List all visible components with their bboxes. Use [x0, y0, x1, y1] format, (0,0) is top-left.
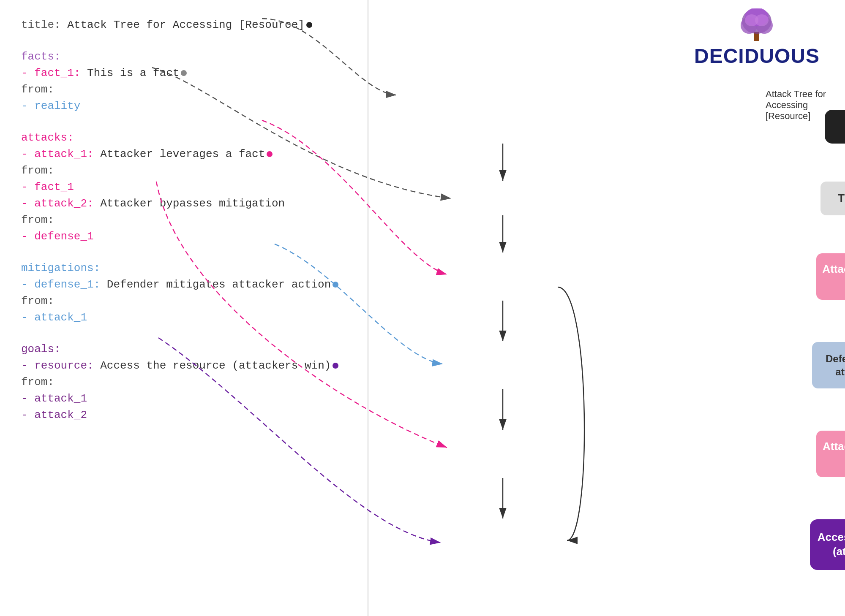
attack1-from-label: from:: [21, 163, 346, 179]
node-reality: Reality: [825, 110, 845, 144]
attack2-from-label: from:: [21, 212, 346, 228]
goals-header: goals:: [21, 341, 346, 358]
goal-value: Access the resource (attackers win): [94, 359, 331, 372]
attacks-label: attacks:: [21, 131, 74, 144]
fact1-key: - fact_1:: [21, 67, 80, 79]
node-defense1: Defender mitigatesattacker action: [812, 342, 845, 388]
defense1-value: Defender mitigates attacker action: [100, 278, 331, 291]
attack1-from: from:: [21, 164, 54, 177]
svg-point-6: [755, 14, 769, 26]
attack2-line: - attack_2: Attacker bypasses mitigation: [21, 195, 346, 212]
right-panel: DECIDUOUS Attack Tree for Accessing [Res…: [368, 0, 845, 616]
title-key: title:: [21, 19, 61, 31]
fact1-value: This is a fact: [80, 67, 179, 79]
facts-label: facts:: [21, 50, 61, 63]
defense1-attack1: - attack_1: [21, 311, 87, 324]
defense1-from: from:: [21, 295, 54, 307]
title-line: title: Attack Tree for Accessing [Resour…: [21, 17, 346, 33]
fact1-dot: [181, 70, 187, 76]
node-attack2: Attacker bypassesmitigation: [816, 431, 845, 477]
attack1-key: - attack_1:: [21, 148, 94, 160]
node-fact: This is a fact: [820, 182, 845, 215]
node-attack1: Attacker leveragesa fact: [816, 253, 845, 300]
logo-area: DECIDUOUS: [694, 8, 820, 68]
defense1-key: - defense_1:: [21, 278, 100, 291]
attack1-from-val: - fact_1: [21, 179, 346, 195]
goal-from-val1: - attack_1: [21, 391, 346, 407]
attack1-fact1: - fact_1: [21, 181, 74, 193]
attacks-header: attacks:: [21, 130, 346, 146]
title-dot: [306, 22, 312, 28]
logo-text: DECIDUOUS: [694, 44, 820, 68]
goals-label: goals:: [21, 343, 61, 355]
defense1-from-val: - attack_1: [21, 309, 346, 326]
goal-dot: [333, 363, 338, 369]
tree-logo-svg: [736, 8, 778, 42]
goal-from: from:: [21, 376, 54, 388]
fact1-reality: - reality: [21, 100, 80, 112]
defense1-dot: [333, 282, 338, 288]
left-panel: title: Attack Tree for Accessing [Resour…: [0, 0, 368, 616]
fact1-from: from:: [21, 83, 54, 96]
title-value: Attack Tree for Accessing [Resource]: [61, 19, 305, 31]
fact1-from-label: from:: [21, 81, 346, 98]
mitigations-label: mitigations:: [21, 262, 100, 274]
node-goal: Access the resource(attackers win): [810, 519, 845, 570]
fact1-line: - fact_1: This is a fact: [21, 65, 346, 81]
defense1-from-label: from:: [21, 293, 346, 309]
attack2-defense1: - defense_1: [21, 230, 94, 243]
attack2-from-val: - defense_1: [21, 228, 346, 245]
attack1-dot: [267, 151, 273, 157]
goal-attack2: - attack_2: [21, 409, 87, 421]
facts-header: facts:: [21, 49, 346, 65]
goal-line: - resource: Access the resource (attacke…: [21, 358, 346, 374]
mitigations-header: mitigations:: [21, 260, 346, 277]
attack2-value: Attacker bypasses mitigation: [94, 197, 285, 210]
goal-from-label: from:: [21, 374, 346, 391]
attack2-from: from:: [21, 214, 54, 226]
attack2-key: - attack_2:: [21, 197, 94, 210]
attack1-value: Attacker leverages a fact: [94, 148, 265, 160]
fact1-from-val: - reality: [21, 98, 346, 114]
attack1-line: - attack_1: Attacker leverages a fact: [21, 146, 346, 163]
defense1-line: - defense_1: Defender mitigates attacker…: [21, 277, 346, 293]
goal-from-val2: - attack_2: [21, 407, 346, 423]
goal-attack1: - attack_1: [21, 392, 87, 405]
goal-key: - resource:: [21, 359, 94, 372]
